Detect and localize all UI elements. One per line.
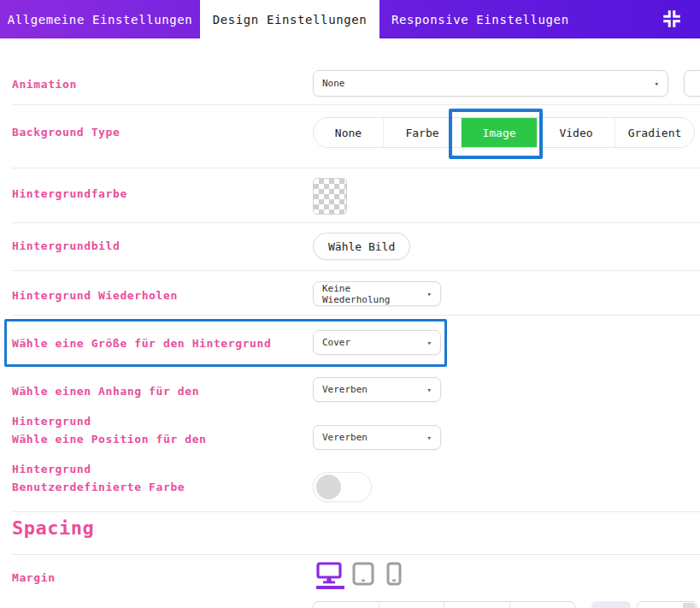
- animation-select-value: None: [322, 78, 345, 89]
- divider: [12, 554, 700, 555]
- custom-color-label: Benutzerdefinierte Farbe: [12, 481, 185, 493]
- choose-image-button[interactable]: Wähle Bild: [313, 233, 410, 260]
- background-position-label-line1: Wähle eine Position für den: [12, 433, 207, 446]
- background-type-none-button[interactable]: None: [314, 118, 384, 147]
- compress-icon[interactable]: [662, 9, 681, 28]
- margin-unit-input[interactable]: [637, 601, 697, 608]
- background-attachment-select-value: Vererben: [322, 384, 368, 395]
- tab-allgemeine-einstellungen[interactable]: Allgemeine Einstellungen: [0, 0, 200, 38]
- tablet-icon[interactable]: [352, 562, 374, 589]
- margin-top-input[interactable]: [314, 602, 379, 608]
- settings-body: Animation None ▾ Background Type None Fa…: [0, 38, 700, 608]
- background-image-label: Hintergrundbild: [12, 239, 120, 252]
- divider: [12, 104, 700, 105]
- background-attachment-label-line1: Wähle einen Anhang für den: [12, 385, 199, 398]
- background-position-select-value: Vererben: [322, 432, 368, 443]
- divider: [12, 168, 700, 168]
- caret-down-icon: ▾: [655, 80, 659, 88]
- background-position-label-line2: Hintergrund: [12, 463, 91, 475]
- desktop-active-underline: [316, 586, 344, 589]
- background-repeat-select-value: Keine Wiederholung: [322, 283, 421, 305]
- tab-design-einstellungen[interactable]: Design Einstellungen: [200, 0, 379, 38]
- caret-down-icon: ▾: [427, 290, 432, 298]
- background-type-video-button[interactable]: Video: [538, 118, 615, 147]
- mobile-icon[interactable]: [386, 562, 402, 589]
- caret-down-icon: ▾: [427, 386, 432, 394]
- caret-down-icon: ▾: [427, 434, 432, 442]
- divider: [12, 511, 700, 512]
- margin-left-input[interactable]: [510, 602, 575, 608]
- background-type-image-button[interactable]: Image: [462, 118, 538, 147]
- background-attachment-select[interactable]: Vererben ▾: [313, 377, 441, 402]
- background-size-select[interactable]: Cover ▾: [313, 330, 441, 355]
- margin-right-input[interactable]: [379, 602, 445, 608]
- margin-bottom-input[interactable]: [444, 602, 510, 608]
- margin-label: Margin: [12, 571, 56, 584]
- background-type-farbe-button[interactable]: Farbe: [384, 118, 462, 147]
- background-type-button-group: None Farbe Image Video Gradient: [313, 117, 695, 148]
- background-type-label: Background Type: [12, 126, 120, 139]
- background-type-gradient-button[interactable]: Gradient: [615, 118, 694, 147]
- spacing-heading: Spacing: [12, 517, 94, 539]
- animation-label: Animation: [12, 78, 77, 91]
- design-settings-panel: Allgemeine Einstellungen Design Einstell…: [0, 0, 700, 608]
- background-color-label: Hintergrundfarbe: [12, 187, 127, 200]
- divider: [12, 270, 700, 271]
- custom-color-toggle[interactable]: [313, 472, 372, 502]
- animation-select[interactable]: None ▾: [313, 70, 668, 97]
- background-attachment-label-line2: Hintergrund: [12, 415, 91, 428]
- animation-extra-box[interactable]: [684, 70, 700, 97]
- background-size-label: Wähle eine Größe für den Hintergrund: [12, 337, 271, 350]
- background-repeat-select[interactable]: Keine Wiederholung ▾: [313, 281, 441, 306]
- desktop-icon[interactable]: [316, 562, 342, 588]
- margin-inputs-group: [313, 601, 575, 608]
- divider: [12, 315, 700, 316]
- caret-down-icon: ▾: [427, 339, 432, 347]
- unit-selector[interactable]: [683, 603, 696, 608]
- background-size-select-value: Cover: [322, 337, 350, 348]
- background-position-select[interactable]: Vererben ▾: [313, 425, 441, 450]
- background-color-swatch[interactable]: [313, 178, 347, 215]
- tab-bar: Allgemeine Einstellungen Design Einstell…: [0, 0, 700, 38]
- background-repeat-label: Hintergrund Wiederholen: [12, 289, 178, 302]
- tab-responsive-einstellungen[interactable]: Responsive Einstellugen: [379, 0, 569, 38]
- toggle-knob: [316, 475, 341, 499]
- link-values-button[interactable]: [591, 601, 631, 608]
- divider: [12, 222, 700, 223]
